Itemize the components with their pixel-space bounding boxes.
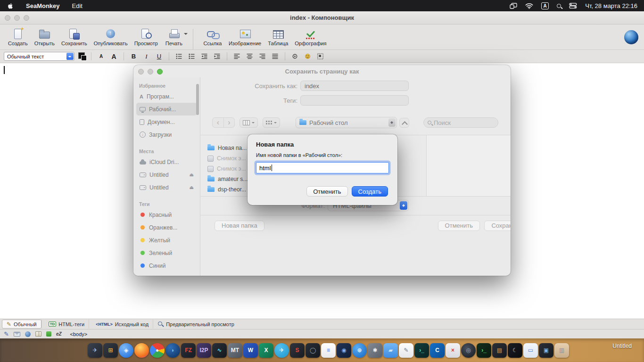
c-app-icon[interactable]: C: [430, 343, 445, 358]
dialog-zoom-button[interactable]: [157, 69, 163, 74]
desktop-volume-label[interactable]: Untitled: [612, 343, 632, 349]
close-button[interactable]: [5, 15, 10, 21]
activity-monitor-icon[interactable]: ∿: [212, 343, 227, 358]
tool-x-icon[interactable]: ×: [446, 343, 460, 358]
textedit-icon[interactable]: ✎: [399, 343, 413, 358]
folder-name-input[interactable]: html: [256, 162, 389, 173]
trash-icon[interactable]: ▥: [554, 343, 569, 358]
filezilla-icon[interactable]: FZ: [181, 343, 196, 358]
addressbook-status-icon[interactable]: [35, 331, 41, 337]
navigator-status-icon[interactable]: [25, 331, 31, 337]
toolbar-button[interactable]: Опубликовать: [91, 27, 131, 47]
positioning-button[interactable]: [315, 52, 326, 61]
filename-input[interactable]: [300, 81, 409, 91]
edit-mode-tab[interactable]: TD HTML-теги: [41, 320, 89, 329]
search-input[interactable]: [434, 119, 486, 126]
chrome-icon[interactable]: ●: [150, 343, 165, 358]
control-center-icon[interactable]: [569, 3, 577, 8]
bold-button[interactable]: B: [128, 52, 139, 61]
red-s-app-icon[interactable]: S: [290, 343, 305, 358]
text-color-swatch[interactable]: [78, 52, 87, 61]
paragraph-style-select[interactable]: Обычный текст: [4, 52, 74, 61]
forward-button[interactable]: ›: [223, 118, 234, 127]
toolbar-button[interactable]: Просмотр: [131, 27, 161, 47]
new-folder-button[interactable]: Новая папка: [215, 221, 264, 231]
toolbar-button[interactable]: Печать: [161, 27, 187, 47]
toolbar-button[interactable]: Таблица: [264, 27, 291, 47]
toolbar-button[interactable]: Открыть: [31, 27, 58, 47]
sidebar-tag-item[interactable]: Оранжев...: [136, 221, 197, 234]
current-tag-indicator[interactable]: <body>: [70, 331, 88, 337]
sidebar-item[interactable]: Докумен...: [136, 115, 197, 128]
composer-status-icon[interactable]: [4, 330, 9, 337]
minimize-button[interactable]: [14, 15, 20, 21]
window-titlebar[interactable]: index - Компоновщик: [0, 11, 644, 25]
plugin-status-icon[interactable]: [46, 331, 51, 337]
decrease-font-button[interactable]: A: [96, 52, 107, 61]
eject-icon[interactable]: ⏏: [190, 172, 194, 177]
sidebar-item[interactable]: Untitled ⏏: [136, 181, 197, 194]
dialog-minimize-button[interactable]: [148, 69, 153, 74]
toolbar-button[interactable]: Ссылка: [200, 27, 225, 47]
toolbar-button[interactable]: Изображение: [225, 27, 264, 47]
underline-button[interactable]: U: [154, 52, 165, 61]
justify-button[interactable]: [270, 52, 281, 61]
grid-view-button[interactable]: [263, 117, 280, 128]
display-app-icon[interactable]: ▣: [539, 343, 553, 358]
tv-app-icon[interactable]: ▭: [523, 343, 538, 358]
new-folder-create-button[interactable]: Создать: [352, 186, 388, 197]
sidebar-scrollbar[interactable]: [196, 84, 199, 115]
sidebar-item[interactable]: iCloud Dri...: [136, 156, 197, 168]
excel-icon[interactable]: X: [259, 343, 273, 358]
firefox-icon[interactable]: [134, 343, 149, 358]
search-field[interactable]: [423, 117, 498, 128]
terminal-teal-icon[interactable]: ›_: [414, 343, 429, 358]
terminal-mt-icon[interactable]: MT: [228, 343, 242, 358]
apple-menu-icon[interactable]: [8, 2, 14, 9]
browser-globe-icon[interactable]: ⊕: [352, 343, 367, 358]
launchpad-icon[interactable]: ✈: [88, 343, 102, 358]
displays-icon[interactable]: [510, 3, 517, 9]
emoticon-button[interactable]: [302, 52, 313, 61]
toolbar-button[interactable]: Создать: [5, 27, 31, 47]
sidebar-tag-item[interactable]: Синий: [136, 259, 197, 272]
tags-input[interactable]: [300, 95, 409, 106]
new-folder-cancel-button[interactable]: Отменить: [306, 186, 347, 197]
save-dialog-titlebar[interactable]: Сохранить страницу как: [133, 65, 511, 77]
wifi-icon[interactable]: [525, 3, 533, 9]
column-view-button[interactable]: [239, 117, 258, 128]
italic-button[interactable]: I: [141, 52, 152, 61]
word-icon[interactable]: W: [243, 343, 258, 358]
sidebar-tag-item[interactable]: Красный: [136, 208, 197, 221]
menu-app-name[interactable]: SeaMonkey: [26, 2, 60, 9]
app-grid-icon[interactable]: ⊞: [103, 343, 118, 358]
camera-app-icon[interactable]: ◉: [337, 343, 351, 358]
terminal-green-icon[interactable]: ›_: [477, 343, 491, 358]
align-right-button[interactable]: [257, 52, 268, 61]
toolbar-button[interactable]: Сохранить: [58, 27, 91, 47]
i2p-icon[interactable]: I2P: [197, 343, 211, 358]
telegram-icon[interactable]: ✈: [274, 343, 289, 358]
blue-folder-icon[interactable]: ▰: [383, 343, 398, 358]
edit-mode-tab[interactable]: Предварительный просмотр: [153, 320, 239, 329]
sidebar-item[interactable]: Програм...: [136, 90, 197, 103]
seamonkey-icon[interactable]: ◗: [165, 343, 180, 358]
mail-status-icon[interactable]: [14, 332, 20, 337]
sidebar-item[interactable]: Untitled ⏏: [136, 168, 197, 181]
dialog-cancel-button[interactable]: Отменить: [438, 221, 480, 231]
utility-icon[interactable]: ✱: [368, 343, 382, 358]
dialog-close-button[interactable]: [138, 69, 144, 74]
dialog-save-button[interactable]: Сохранить: [484, 221, 511, 231]
indent-button[interactable]: [212, 52, 223, 61]
terminal-orange-icon[interactable]: ▤: [492, 343, 507, 358]
spotlight-icon[interactable]: [557, 4, 561, 8]
camera-lens-icon[interactable]: ◎: [461, 343, 476, 358]
zoom-button[interactable]: [24, 15, 29, 21]
menu-edit[interactable]: Edit: [72, 2, 83, 9]
dark-app-icon[interactable]: ☾: [508, 343, 522, 358]
reminders-icon[interactable]: ≡: [321, 343, 336, 358]
edit-mode-tab[interactable]: Обычный: [2, 320, 41, 329]
sidebar-tag-item[interactable]: Зеленый: [136, 247, 197, 259]
numbered-list-button[interactable]: [186, 52, 197, 61]
align-left-button[interactable]: [231, 52, 242, 61]
